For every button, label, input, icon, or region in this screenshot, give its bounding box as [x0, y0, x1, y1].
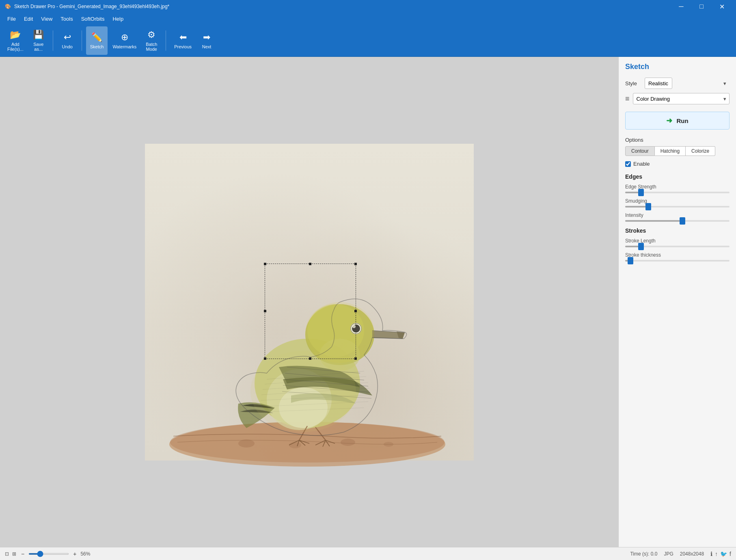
- batch-mode-icon: ⚙: [147, 30, 155, 40]
- previous-label: Previous: [174, 44, 192, 49]
- edge-strength-track[interactable]: [625, 192, 730, 193]
- toolbar: 📂 AddFile(s)... 💾 Saveas... ↩ Undo ✏️ Sk…: [0, 24, 736, 57]
- menu-edit[interactable]: Edit: [20, 14, 37, 24]
- smudging-row: Smudging: [619, 197, 736, 212]
- batch-mode-button[interactable]: ⚙ BatchMode: [141, 26, 162, 55]
- separator-1: [53, 30, 53, 51]
- menu-softorbits[interactable]: SoftOrbits: [77, 14, 109, 24]
- stroke-length-track[interactable]: [625, 246, 730, 247]
- sketch-label: Sketch: [90, 44, 104, 49]
- edge-strength-thumb[interactable]: [638, 189, 644, 196]
- menu-bar: File Edit View Tools SoftOrbits Help: [0, 13, 736, 24]
- watermarks-button[interactable]: ⊕ Watermarks: [108, 26, 140, 55]
- undo-button[interactable]: ↩ Undo: [57, 26, 78, 55]
- share-icon[interactable]: ↑: [715, 551, 718, 557]
- title-bar: 🎨 Sketch Drawer Pro - Gemini_Generated_I…: [0, 0, 736, 13]
- next-icon: ➡: [203, 32, 210, 43]
- close-button[interactable]: ✕: [712, 0, 731, 13]
- stroke-thickness-row: Stroke thickness: [619, 251, 736, 266]
- style-select[interactable]: Realistic: [645, 78, 672, 89]
- intensity-track[interactable]: [625, 220, 730, 222]
- smudging-label: Smudging: [625, 198, 730, 204]
- stroke-thickness-thumb[interactable]: [628, 257, 633, 264]
- menu-tools[interactable]: Tools: [56, 14, 77, 24]
- svg-point-26: [250, 351, 356, 432]
- add-file-button[interactable]: 📂 AddFile(s)...: [3, 26, 28, 55]
- status-bar-left: ⊡ ⊞ − + 56%: [5, 551, 624, 557]
- style-select-wrapper: Realistic: [645, 78, 730, 89]
- zoom-in-button[interactable]: +: [71, 551, 78, 557]
- menu-view[interactable]: View: [37, 14, 56, 24]
- tab-colorize[interactable]: Colorize: [686, 146, 715, 156]
- zoom-controls: − + 56%: [19, 551, 90, 557]
- canvas-area[interactable]: [0, 57, 618, 547]
- main-layout: Sketch Style Realistic ≡ Color Drawing: [0, 57, 736, 547]
- presets-select[interactable]: Color Drawing: [633, 93, 730, 104]
- svg-point-4: [341, 439, 355, 446]
- save-as-button[interactable]: 💾 Saveas...: [28, 26, 49, 55]
- next-label: Next: [202, 44, 212, 49]
- social-icon-1[interactable]: 🐦: [720, 551, 727, 557]
- intensity-label: Intensity: [625, 212, 730, 218]
- save-as-label: Saveas...: [33, 42, 43, 52]
- toolbar-file-group: 📂 AddFile(s)... 💾 Saveas...: [3, 26, 49, 55]
- undo-icon: ↩: [64, 32, 71, 43]
- zoom-fit-icon[interactable]: ⊡: [5, 551, 9, 557]
- menu-file[interactable]: File: [3, 14, 20, 24]
- info-icon[interactable]: ℹ: [710, 551, 712, 557]
- toolbar-main-group: ✏️ Sketch ⊕ Watermarks ⚙ BatchMode: [86, 26, 162, 55]
- status-icons: ℹ ↑ 🐦 f: [710, 551, 731, 557]
- previous-button[interactable]: ⬅ Previous: [170, 26, 196, 55]
- separator-2: [82, 30, 82, 51]
- status-bar-right: Time (s): 0.0 JPG 2048x2048 ℹ ↑ 🐦 f: [630, 551, 731, 557]
- maximize-button[interactable]: □: [692, 0, 711, 13]
- window-title: Sketch Drawer Pro - Gemini_Generated_Ima…: [14, 4, 169, 9]
- add-file-label: AddFile(s)...: [7, 42, 24, 52]
- stroke-thickness-label: Stroke thickness: [625, 252, 730, 258]
- bird-sketch-svg: [165, 192, 449, 477]
- canvas-content: [145, 144, 474, 461]
- zoom-select-icon[interactable]: ⊞: [12, 551, 16, 557]
- zoom-out-button[interactable]: −: [19, 551, 26, 557]
- run-label: Run: [676, 117, 688, 124]
- stroke-length-thumb[interactable]: [638, 243, 644, 250]
- run-arrow-icon: ➜: [666, 116, 672, 125]
- stroke-thickness-track[interactable]: [625, 260, 730, 262]
- edges-header: Edges: [619, 172, 736, 183]
- previous-icon: ⬅: [179, 32, 187, 43]
- tab-hatching[interactable]: Hatching: [655, 146, 686, 156]
- status-bar: ⊡ ⊞ − + 56% Time (s): 0.0 JPG 2048x2048 …: [0, 547, 736, 560]
- presets-select-wrapper: Color Drawing: [633, 93, 730, 104]
- save-as-icon: 💾: [33, 30, 44, 40]
- smudging-fill: [625, 206, 648, 208]
- time-label: Time (s): 0.0: [630, 551, 657, 557]
- panel-title: Sketch: [619, 57, 736, 75]
- intensity-fill: [625, 220, 682, 222]
- tab-contour[interactable]: Contour: [625, 146, 655, 156]
- undo-label: Undo: [62, 44, 73, 49]
- dimensions-label: 2048x2048: [680, 551, 704, 557]
- smudging-thumb[interactable]: [645, 203, 651, 210]
- toolbar-nav-group: ⬅ Previous ➡ Next: [170, 26, 217, 55]
- intensity-row: Intensity: [619, 212, 736, 226]
- app-icon: 🎨: [5, 4, 11, 9]
- batch-mode-label: BatchMode: [146, 42, 157, 52]
- sketch-button[interactable]: ✏️ Sketch: [86, 26, 108, 55]
- minimize-button[interactable]: ─: [672, 0, 691, 13]
- menu-help[interactable]: Help: [108, 14, 127, 24]
- social-icon-2[interactable]: f: [730, 551, 731, 557]
- svg-point-2: [238, 439, 255, 448]
- smudging-track[interactable]: [625, 206, 730, 208]
- strokes-header: Strokes: [619, 226, 736, 237]
- watermarks-icon: ⊕: [121, 32, 128, 43]
- intensity-thumb[interactable]: [680, 217, 685, 225]
- enable-checkbox[interactable]: [625, 161, 631, 167]
- format-label: JPG: [664, 551, 673, 557]
- tabs-row: Contour Hatching Colorize: [619, 146, 736, 156]
- zoom-slider[interactable]: [28, 553, 69, 555]
- sketch-icon: ✏️: [91, 32, 102, 43]
- style-section: Style Realistic ≡ Color Drawing: [619, 75, 736, 112]
- next-button[interactable]: ➡ Next: [196, 26, 217, 55]
- toolbar-edit-group: ↩ Undo: [57, 26, 78, 55]
- run-button[interactable]: ➜ Run: [625, 112, 730, 130]
